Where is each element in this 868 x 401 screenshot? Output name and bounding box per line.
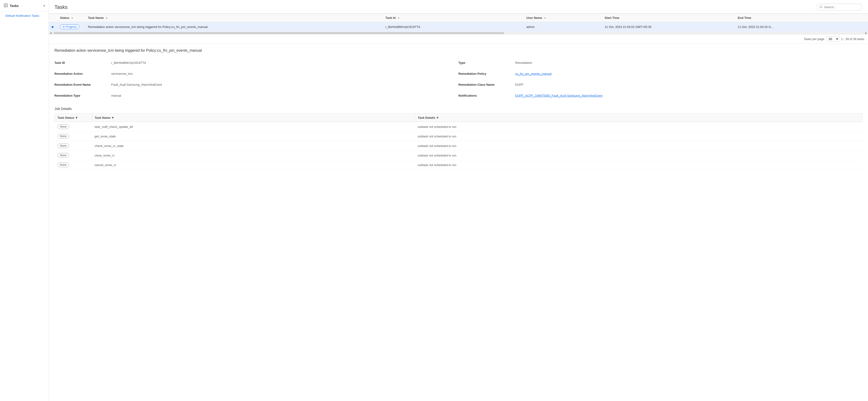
detail-right-col: Type Remediation Remediation Policy cu_f… — [459, 57, 863, 101]
status-filter-icon[interactable]: ▼ — [71, 17, 73, 19]
pagination-bar: Tasks per page 50 25 100 1 - 39 of 39 ta… — [49, 34, 868, 44]
detail-value-notifications[interactable]: DUPF_ACPF_199975000_Fault_Acpf-Samsung_A… — [510, 92, 602, 99]
horizontal-scrollbar[interactable]: ◀ ▶ — [49, 32, 868, 34]
sidebar-header-left: Tasks — [4, 3, 19, 8]
detail-label-task-id: Task ID — [55, 59, 105, 66]
row-task-id-cell: r_BeH4sBMnVpCtDJtTTd — [383, 22, 524, 32]
task-name-filter-icon[interactable]: ▼ — [105, 17, 108, 19]
job-status-badge: None — [58, 124, 69, 129]
row-indicator-cell — [49, 22, 57, 32]
row-status-cell: In Progress — [57, 22, 85, 32]
row-indicator — [52, 26, 54, 28]
job-details-section: Job Details Task Status ▼ Task Name ▼ — [55, 107, 862, 170]
job-status-badge: None — [58, 163, 69, 167]
page-title: Tasks — [55, 4, 67, 10]
tasks-icon — [4, 3, 8, 8]
scroll-left-arrow[interactable]: ◀ — [49, 32, 53, 34]
th-status[interactable]: Status ▼ — [57, 14, 85, 22]
job-row-task-details-cell: subtask not scheduled to run — [415, 151, 862, 160]
detail-left-col: Task ID r_BeH4sBMnVpCtDJtTTd Remediation… — [55, 57, 459, 101]
jth-task-name[interactable]: Task Name ▼ — [92, 114, 415, 122]
detail-value-remediation-class-name: DUPF — [510, 81, 523, 88]
detail-title: Remediation action servicenow_lcm being … — [55, 49, 862, 53]
th-task-id[interactable]: Task Id ▼ — [383, 14, 524, 22]
detail-label-remediation-action: Remediation Action — [55, 70, 105, 77]
job-row-task-details-cell: subtask not scheduled to run — [415, 132, 862, 141]
tasks-per-page-select[interactable]: 50 25 100 — [826, 36, 839, 42]
job-table-row[interactable]: None close_snow_cr subtask not scheduled… — [55, 151, 862, 160]
detail-value-remediation-type: manual — [105, 92, 121, 99]
job-table-header-row: Task Status ▼ Task Name ▼ Task Details ▼ — [55, 114, 862, 122]
job-table-row[interactable]: None task_notif_check_update_tkt subtask… — [55, 122, 862, 132]
sidebar-title: Tasks — [10, 4, 19, 8]
job-row-status-cell: None — [55, 122, 92, 132]
detail-value-task-id: r_BeH4sBMnVpCtDJtTTd — [105, 59, 146, 66]
scrollbar-thumb[interactable] — [54, 32, 504, 34]
table-header-row: Status ▼ Task Name ▼ Task Id ▼ User Na — [49, 14, 868, 22]
tasks-per-page-label: Tasks per page — [804, 37, 824, 41]
search-icon — [819, 5, 823, 9]
search-input[interactable] — [824, 5, 859, 9]
task-details-filter-icon[interactable]: ▼ — [436, 116, 439, 119]
th-user-name[interactable]: User Name ▼ — [523, 14, 601, 22]
sidebar: Tasks ▾ Default Notification Tasks — [0, 0, 49, 401]
job-row-task-details-cell: subtask not scheduled to run — [415, 141, 862, 151]
table-row[interactable]: In Progress Remediation action serviceno… — [49, 22, 868, 32]
chevron-down-icon: ▾ — [43, 4, 45, 7]
tasks-table-section: Status ▼ Task Name ▼ Task Id ▼ User Na — [49, 13, 868, 44]
job-row-task-name-cell: get_snow_state — [92, 132, 415, 141]
job-table-row[interactable]: None get_snow_state subtask not schedule… — [55, 132, 862, 141]
task-status-filter-icon[interactable]: ▼ — [75, 116, 78, 119]
svg-line-5 — [822, 7, 823, 8]
scroll-right-arrow[interactable]: ▶ — [864, 32, 868, 34]
row-user-name-cell: admin — [523, 22, 601, 32]
detail-value-remediation-policy[interactable]: cu_fm_pm_events_manual — [510, 70, 552, 77]
job-row-task-name-cell: task_notif_check_update_tkt — [92, 122, 415, 132]
detail-grid: Task ID r_BeH4sBMnVpCtDJtTTd Remediation… — [55, 57, 862, 101]
page-header: Tasks — [49, 0, 868, 13]
svg-point-4 — [820, 6, 822, 8]
job-task-name-filter-icon[interactable]: ▼ — [111, 116, 114, 119]
job-table: Task Status ▼ Task Name ▼ Task Details ▼ — [55, 113, 862, 170]
job-table-row[interactable]: None cancel_snow_cr subtask not schedule… — [55, 160, 862, 170]
detail-section: Remediation action servicenow_lcm being … — [49, 44, 868, 174]
jth-task-details[interactable]: Task Details ▼ — [415, 114, 862, 122]
task-id-filter-icon[interactable]: ▼ — [397, 17, 400, 19]
detail-value-type: Remediation — [510, 59, 532, 66]
job-row-status-cell: None — [55, 141, 92, 151]
th-task-name[interactable]: Task Name ▼ — [85, 14, 383, 22]
job-status-badge: None — [58, 134, 69, 139]
sidebar-header[interactable]: Tasks ▾ — [0, 0, 49, 12]
job-row-task-name-cell: close_snow_cr — [92, 151, 415, 160]
th-start-time: Start Time — [602, 14, 735, 22]
job-details-title: Job Details — [55, 107, 862, 111]
row-end-time-cell: 11 Oct, 2023 21:04:16 G... — [735, 22, 868, 32]
detail-label-remediation-event-name: Remediation Event Name — [55, 81, 105, 88]
detail-value-remediation-event-name: Fault_Acpf-Samsung_AlarmVesEvent — [105, 81, 162, 88]
job-row-task-details-cell: subtask not scheduled to run — [415, 122, 862, 132]
detail-label-type: Type — [459, 59, 510, 66]
user-name-filter-icon[interactable]: ▼ — [544, 17, 546, 19]
detail-label-remediation-type: Remediation Type — [55, 92, 105, 99]
job-row-status-cell: None — [55, 132, 92, 141]
job-status-badge: None — [58, 143, 69, 148]
search-box[interactable] — [816, 4, 862, 10]
jth-task-status[interactable]: Task Status ▼ — [55, 114, 92, 122]
row-start-time-cell: 11 Oct, 2023 21:03:02 GMT+05:30 — [602, 22, 735, 32]
status-badge: In Progress — [60, 24, 79, 29]
detail-value-remediation-action: servicenow_lcm — [105, 70, 133, 77]
detail-label-remediation-policy: Remediation Policy — [459, 70, 510, 77]
sidebar-item-default-notification-tasks[interactable]: Default Notification Tasks — [0, 12, 49, 20]
main-content: Tasks — [49, 0, 868, 401]
job-row-task-details-cell: subtask not scheduled to run — [415, 160, 862, 170]
detail-label-notifications: Notifications — [459, 92, 510, 99]
pagination-info: 1 - 39 of 39 tasks — [841, 37, 864, 41]
job-row-status-cell: None — [55, 151, 92, 160]
job-table-row[interactable]: None check_snow_cr_state subtask not sch… — [55, 141, 862, 151]
row-task-name-cell: Remediation action servicenow_lcm being … — [85, 22, 383, 32]
main-scroll[interactable]: Status ▼ Task Name ▼ Task Id ▼ User Na — [49, 13, 868, 401]
th-indicator — [49, 14, 57, 22]
th-end-time: End Time — [735, 14, 868, 22]
job-row-status-cell: None — [55, 160, 92, 170]
detail-label-remediation-class-name: Remediation Class Name — [459, 81, 510, 88]
